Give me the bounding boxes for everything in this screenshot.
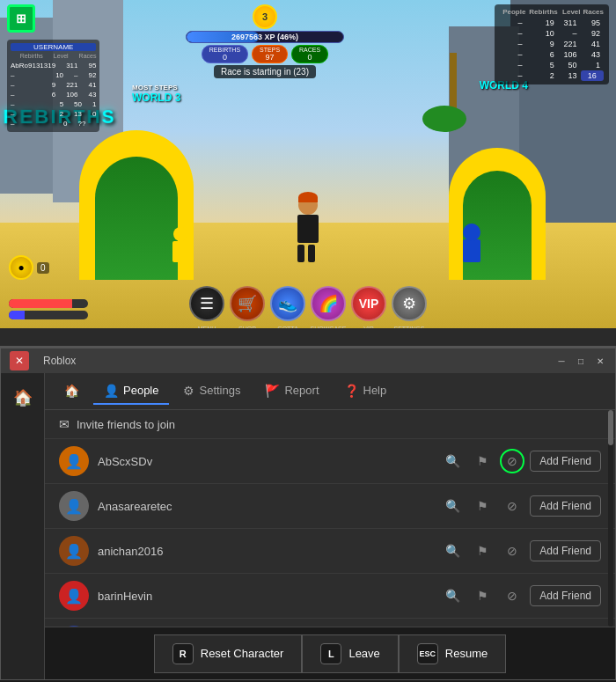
scrollbar-track[interactable] [608,410,613,627]
add-friend-btn-2[interactable]: Add Friend [530,495,601,517]
hud-bottom-buttons: ☰ MENU 🛒 SHOP 👟 GOTTA 🌈 SHOWCASE VIP VIP… [0,286,616,321]
game-canvas: REBIRTHS MOST STEPS WORLD 3 WORLD 4 USER… [0,0,616,328]
leave-key-badge: L [320,643,341,664]
reset-character-label: Reset Character [201,647,284,660]
action-bar: R Reset Character L Leave ESC Resume [45,627,615,679]
settings-tab-icon: ⚙ [183,384,194,398]
tab-settings[interactable]: ⚙ Settings [172,378,251,405]
reset-key-badge: R [172,643,194,664]
stats-row: REBIRTHS 0 STEPS 97 RACES 0 [202,45,328,63]
avatar-5: 👤 [59,626,89,627]
invite-friends-text: Invite friends to join [77,418,175,431]
scrollbar-thumb[interactable] [608,410,613,445]
person-actions-1: 🔍 ⚑ ⊘ Add Friend [440,449,601,473]
person-name-2: Anasarearetec [98,500,440,513]
block-icon-1-highlighted[interactable]: ⊘ [500,449,524,473]
xp-bar: 2697563 XP (46%) [186,31,344,43]
races-stat: RACES 0 [291,45,328,63]
search-icon-1[interactable]: 🔍 [440,449,465,473]
invite-friends-row[interactable]: ✉ Invite friends to join [45,410,615,439]
people-tab-icon: 👤 [104,384,119,398]
tab-home[interactable]: 🏠 [54,378,90,405]
settings-btn-container: ⚙ SETTINGS [392,286,427,321]
steps-stat: STEPS 97 [252,45,288,63]
roblox-logo-button[interactable]: ⊞ [7,4,35,33]
hud-right-leaderboard: People Rebirths Level Races –1931195 –10… [495,4,609,84]
coin-display: ● 0 [9,255,49,280]
settings-label: SETTINGS [383,326,436,328]
flag-icon-1[interactable]: ⚑ [470,449,495,473]
add-friend-btn-1[interactable]: Add Friend [530,451,601,472]
person-row-5: 👤 Dili... 🔍 ⚑ ⊘ Add Friend [45,619,615,627]
world3-label: MOST STEPS WORLD 3 [132,84,180,104]
person-actions-3: 🔍 ⚑ ⊘ Add Friend [440,539,601,563]
tab-help[interactable]: ❓ Help [334,378,398,405]
person-name-1: AbScxSDv [98,455,440,468]
search-icon-2[interactable]: 🔍 [440,494,465,518]
minimize-button[interactable]: ─ [555,355,568,367]
nav-tabs: 🏠 👤 People ⚙ Settings 🚩 Report ❓ Help [45,373,615,410]
tab-people[interactable]: 👤 People [93,378,169,405]
coin-icon: ● [9,255,33,280]
avatar-2: 👤 [59,491,89,521]
person-row-1: 👤 AbScxSDv 🔍 ⚑ ⊘ Add Friend [45,439,615,484]
leave-button[interactable]: L Leave [302,634,398,673]
resume-key-badge: ESC [417,643,438,664]
roblox-window: ✕ Roblox ─ □ ✕ 🏠 🏠 👤 People [0,348,616,680]
hud-top: ⊞ 3 2697563 XP (46%) REBIRTHS 0 STEPS 97 [0,4,616,84]
menu-button[interactable]: ☰ [189,286,224,321]
character-right [463,239,480,262]
resume-button[interactable]: ESC Resume [399,634,506,673]
maximize-button[interactable]: □ [575,355,587,367]
lb-row-5: – 5501 [11,99,96,109]
flag-icon-2[interactable]: ⚑ [470,494,495,518]
roblox-sidebar: 🏠 [1,373,45,679]
add-friend-btn-3[interactable]: Add Friend [530,540,601,561]
settings-button[interactable]: ⚙ [392,286,427,321]
people-list: ✉ Invite friends to join 👤 AbScxSDv 🔍 ⚑ … [45,410,615,627]
coin-count: 0 [37,262,49,274]
reset-character-button[interactable]: R Reset Character [154,634,303,673]
main-character [297,215,319,262]
flag-icon-3[interactable]: ⚑ [470,539,495,563]
roblox-logo-icon: ⊞ [16,11,26,26]
xp-bar-text: 2697563 XP (46%) [187,32,343,42]
block-icon-3[interactable]: ⊘ [500,539,524,563]
gotta-button[interactable]: 👟 [270,286,305,321]
avatar-3: 👤 [59,536,89,566]
roblox-close-button[interactable]: ✕ [10,351,29,370]
avatar-1: 👤 [59,446,89,476]
settings-tab-label: Settings [199,384,240,397]
showcase-button[interactable]: 🌈 [311,286,346,321]
flag-icon-4[interactable]: ⚑ [470,583,495,608]
shop-button[interactable]: 🛒 [230,286,265,321]
tab-report[interactable]: 🚩 Report [254,378,329,405]
resume-label: Resume [445,647,488,660]
person-actions-4: 🔍 ⚑ ⊘ Add Friend [440,583,601,608]
close-button[interactable]: ✕ [594,355,606,367]
block-icon-2[interactable]: ⊘ [500,494,524,518]
showcase-btn-container: 🌈 SHOWCASE [311,286,346,321]
person-row-4: 👤 barinHevin 🔍 ⚑ ⊘ Add Friend [45,574,615,619]
roblox-main: 🏠 👤 People ⚙ Settings 🚩 Report ❓ Help [45,373,615,679]
person-actions-2: 🔍 ⚑ ⊘ Add Friend [440,494,601,518]
block-icon-4[interactable]: ⊘ [500,583,524,608]
level-badge: 3 [253,4,277,29]
menu-btn-container: ☰ MENU [189,286,224,321]
search-icon-4[interactable]: 🔍 [440,583,465,608]
gotta-btn-container: 👟 GOTTA [270,286,305,321]
sidebar-home-icon[interactable]: 🏠 [7,382,39,414]
vip-button[interactable]: VIP [351,286,386,321]
lb-row-7: – 0?? [11,119,96,128]
add-friend-btn-4[interactable]: Add Friend [530,585,601,606]
rebirths-stat: REBIRTHS 0 [202,45,248,63]
leave-label: Leave [348,647,379,660]
character-left [172,241,188,262]
roblox-content: 🏠 🏠 👤 People ⚙ Settings 🚩 Report [1,373,615,679]
arch-left-inner [95,157,178,280]
home-tab-icon: 🏠 [64,384,79,398]
roblox-window-title: Roblox [43,355,76,367]
search-icon-3[interactable]: 🔍 [440,539,465,563]
shop-btn-container: 🛒 SHOP [230,286,265,321]
avatar-4: 👤 [59,581,89,611]
